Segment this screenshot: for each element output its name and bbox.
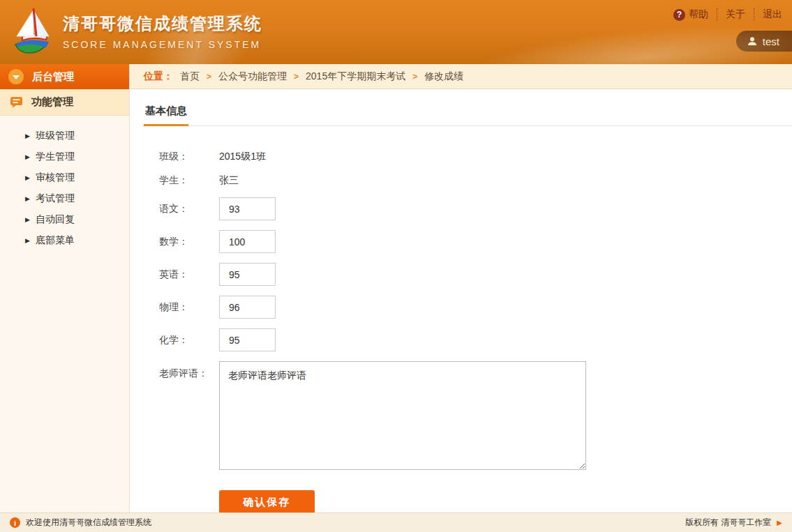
user-icon (747, 36, 757, 46)
class-label: 班级： (144, 151, 219, 163)
teacher-comment-textarea[interactable]: 老师评语老师评语 (219, 361, 586, 470)
sidebar-item-backstage[interactable]: 后台管理 (0, 64, 129, 89)
english-score-input[interactable] (219, 263, 276, 286)
chinese-score-input[interactable] (219, 197, 276, 220)
logout-link[interactable]: 退出 (754, 8, 782, 21)
english-label: 英语： (144, 268, 219, 281)
math-label: 数学： (144, 236, 219, 248)
breadcrumb-home[interactable]: 首页 (180, 70, 200, 83)
form-row-english: 英语： (144, 263, 792, 286)
breadcrumb-separator: > (207, 72, 211, 82)
student-value: 张三 (219, 174, 239, 187)
class-value: 2015级1班 (219, 151, 266, 163)
chat-bubble-icon (10, 96, 23, 108)
chinese-label: 语文： (144, 203, 219, 215)
copyright-text: 版权所有 清哥哥工作室 (685, 517, 771, 529)
sidebar-item-label: 审核管理 (36, 172, 75, 184)
function-management-label: 功能管理 (31, 96, 73, 109)
about-link[interactable]: 关于 (717, 8, 745, 21)
chemistry-score-input[interactable] (219, 328, 276, 351)
brand-text: 清哥哥微信成绩管理系统 SCORE MANAGEMENT SYSTEM (63, 13, 262, 50)
triangle-right-icon: ▶ (25, 153, 30, 160)
footer-welcome: i 欢迎使用清哥哥微信成绩管理系统 (10, 517, 151, 529)
sidebar-item-function-management[interactable]: 功能管理 (0, 89, 129, 116)
math-score-input[interactable] (219, 230, 276, 253)
triangle-right-icon: ▶ (25, 216, 30, 223)
welcome-text: 欢迎使用清哥哥微信成绩管理系统 (26, 517, 151, 529)
physics-label: 物理： (144, 301, 219, 314)
form-row-class: 班级： 2015级1班 (144, 150, 792, 164)
footer-copyright: 版权所有 清哥哥工作室 ▶ (685, 517, 782, 529)
sidebar-item-label: 底部菜单 (36, 234, 75, 247)
sidebar-item-label: 学生管理 (36, 151, 75, 163)
sidebar-item-auto-reply[interactable]: ▶ 自动回复 (0, 209, 129, 230)
triangle-right-icon: ▶ (25, 174, 30, 181)
breadcrumb-separator: > (294, 72, 299, 82)
backstage-label: 后台管理 (32, 70, 74, 84)
sidebar-submenu: ▶ 班级管理 ▶ 学生管理 ▶ 审核管理 ▶ 考试管理 ▶ 自动回复 (0, 116, 129, 251)
app-header: 清哥哥微信成绩管理系统 SCORE MANAGEMENT SYSTEM ? 帮助… (0, 0, 792, 64)
help-question-icon: ? (673, 9, 685, 21)
confirm-save-button[interactable]: 确认保存 (219, 490, 315, 512)
form-row-chinese: 语文： (144, 197, 792, 220)
sidebar-item-exam-management[interactable]: ▶ 考试管理 (0, 188, 129, 209)
sidebar-item-class-management[interactable]: ▶ 班级管理 (0, 126, 129, 146)
triangle-right-icon: ▶ (25, 132, 30, 139)
sidebar-item-student-management[interactable]: ▶ 学生管理 (0, 146, 129, 167)
sidebar-item-label: 考试管理 (36, 192, 75, 205)
brand: 清哥哥微信成绩管理系统 SCORE MANAGEMENT SYSTEM (6, 4, 262, 59)
chevron-down-icon (8, 69, 24, 84)
breadcrumb-edit-score[interactable]: 修改成绩 (424, 70, 463, 83)
breadcrumb: 位置： 首页 > 公众号功能管理 > 2015年下学期期末考试 > 修改成绩 (130, 64, 792, 89)
breadcrumb-exam[interactable]: 2015年下学期期末考试 (306, 70, 405, 83)
content: 基本信息 班级： 2015级1班 学生： 张三 语文： (130, 89, 792, 512)
footer: i 欢迎使用清哥哥微信成绩管理系统 版权所有 清哥哥工作室 ▶ (0, 512, 792, 532)
about-label: 关于 (726, 8, 745, 21)
sidebar: 后台管理 功能管理 ▶ 班级管理 (0, 64, 130, 512)
score-form: 班级： 2015级1班 学生： 张三 语文： 数学： (144, 150, 792, 512)
breadcrumb-separator: > (412, 72, 417, 82)
main: 位置： 首页 > 公众号功能管理 > 2015年下学期期末考试 > 修改成绩 基… (130, 64, 792, 512)
breadcrumb-prefix: 位置： (144, 70, 173, 83)
form-row-physics: 物理： (144, 296, 792, 319)
app-title: 清哥哥微信成绩管理系统 (63, 13, 262, 35)
sidebar-item-bottom-menu[interactable]: ▶ 底部菜单 (0, 230, 129, 251)
help-label: 帮助 (689, 8, 708, 21)
sidebar-item-review-management[interactable]: ▶ 审核管理 (0, 167, 129, 188)
teacher-comment-label: 老师评语： (144, 361, 219, 380)
form-row-chemistry: 化学： (144, 328, 792, 351)
breadcrumb-function-management[interactable]: 公众号功能管理 (218, 70, 287, 83)
student-label: 学生： (144, 174, 219, 187)
triangle-right-icon: ▶ (25, 237, 30, 244)
info-icon: i (10, 517, 20, 528)
form-row-math: 数学： (144, 230, 792, 253)
page: 清哥哥微信成绩管理系统 SCORE MANAGEMENT SYSTEM ? 帮助… (0, 0, 792, 532)
app-logo-icon (6, 4, 60, 59)
help-link[interactable]: ? 帮助 (673, 8, 708, 21)
chemistry-label: 化学： (144, 334, 219, 347)
body: 后台管理 功能管理 ▶ 班级管理 (0, 64, 792, 512)
tab-basic-info[interactable]: 基本信息 (144, 105, 188, 126)
app-subtitle: SCORE MANAGEMENT SYSTEM (63, 39, 262, 50)
user-menu-button[interactable]: test (736, 31, 792, 52)
logout-label: 退出 (763, 8, 782, 21)
triangle-right-icon[interactable]: ▶ (777, 519, 782, 526)
triangle-right-icon: ▶ (25, 195, 30, 202)
username: test (763, 36, 779, 47)
tab-row: 基本信息 (144, 89, 792, 126)
form-row-teacher-comment: 老师评语： 老师评语老师评语 (144, 361, 792, 470)
form-row-student: 学生： 张三 (144, 174, 792, 188)
header-links: ? 帮助 关于 退出 (673, 8, 782, 21)
sidebar-item-label: 班级管理 (36, 130, 75, 142)
sidebar-item-label: 自动回复 (36, 213, 75, 226)
physics-score-input[interactable] (219, 296, 276, 319)
